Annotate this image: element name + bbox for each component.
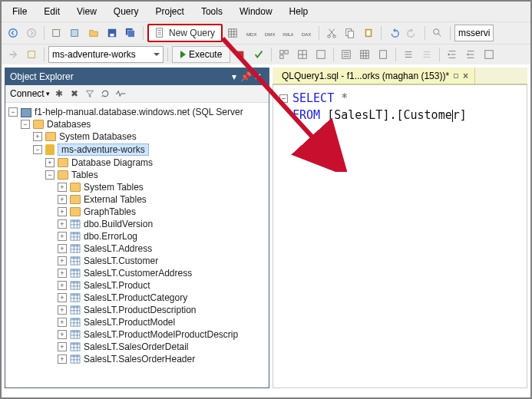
save-icon[interactable] <box>104 25 121 41</box>
menu-file[interactable]: File <box>5 3 35 20</box>
database-engine-query-icon[interactable] <box>224 25 241 41</box>
tree-table-node[interactable]: +SalesLT.ProductModelProductDescrip <box>5 328 269 341</box>
expand-icon[interactable]: + <box>58 354 67 364</box>
menu-help[interactable]: Help <box>282 3 316 20</box>
editor-tab-active[interactable]: QLQuery1.sql - f1...orks (maghan (153))*… <box>276 68 475 84</box>
menu-edit[interactable]: Edit <box>36 3 68 20</box>
tree-table-node[interactable]: +dbo.BuildVersion <box>5 218 269 230</box>
tree-table-node[interactable]: +dbo.ErrorLog <box>5 230 269 242</box>
menu-tools[interactable]: Tools <box>193 3 230 20</box>
new-project-icon[interactable] <box>67 25 84 41</box>
expand-icon[interactable]: + <box>58 256 67 265</box>
collapse-icon[interactable]: − <box>45 170 55 180</box>
menu-view[interactable]: View <box>69 3 104 20</box>
filter-icon[interactable] <box>84 87 96 100</box>
menu-window[interactable]: Window <box>232 3 280 20</box>
change-connection-icon[interactable] <box>23 46 40 63</box>
tree-table-node[interactable]: +SalesLT.Customer <box>5 255 269 267</box>
execute-button[interactable]: Execute <box>172 46 230 63</box>
paste-icon[interactable] <box>360 25 377 41</box>
tree-system-databases-node[interactable]: + System Databases <box>5 130 269 143</box>
results-to-file-icon[interactable] <box>375 46 392 63</box>
expand-icon[interactable]: + <box>45 158 55 167</box>
tree-system-tables-node[interactable]: + System Tables <box>5 181 269 193</box>
new-solution-icon[interactable] <box>48 25 65 41</box>
menu-query[interactable]: Query <box>106 3 147 20</box>
find-icon[interactable] <box>429 25 446 41</box>
indent-icon[interactable] <box>444 46 461 63</box>
tree-table-node[interactable]: +SalesLT.ProductModel <box>5 316 269 328</box>
new-query-button[interactable]: New Query <box>147 24 223 42</box>
comment-icon[interactable] <box>400 46 417 63</box>
nav-forward-icon[interactable] <box>23 25 40 41</box>
collapse-icon[interactable]: − <box>21 120 30 129</box>
parse-icon[interactable] <box>250 46 267 63</box>
tree-table-node[interactable]: +SalesLT.CustomerAddress <box>5 267 269 279</box>
expand-icon[interactable]: + <box>58 219 67 229</box>
tree-table-node[interactable]: +SalesLT.Address <box>5 242 269 255</box>
tree-table-node[interactable]: +SalesLT.SalesOrderHeader <box>5 353 269 365</box>
uncomment-icon[interactable] <box>418 46 435 63</box>
tree-table-node[interactable]: +SalesLT.Product <box>5 279 269 292</box>
results-to-grid-icon[interactable] <box>356 46 373 63</box>
dmx-query-icon[interactable]: DMX <box>261 25 278 41</box>
tree-table-node[interactable]: +SalesLT.ProductDescription <box>5 304 269 316</box>
copy-icon[interactable] <box>342 25 359 41</box>
include-plan-icon[interactable] <box>294 46 311 63</box>
expand-icon[interactable]: + <box>58 195 67 204</box>
pin-icon[interactable]: 📌 <box>240 71 252 83</box>
tree-selected-db-node[interactable]: − ms-adventure-works <box>5 143 269 157</box>
cut-icon[interactable] <box>323 25 340 41</box>
redo-icon[interactable] <box>404 25 421 41</box>
menu-project[interactable]: Project <box>148 3 192 20</box>
object-explorer-tree[interactable]: − f1-help-manual.database.windows.net (S… <box>5 103 269 387</box>
expand-icon[interactable]: + <box>58 305 67 315</box>
nav-back-icon[interactable] <box>5 25 21 41</box>
close-tab-icon[interactable]: × <box>463 71 468 81</box>
display-plan-icon[interactable] <box>276 46 292 63</box>
sql-editor[interactable]: −SELECT * FROM [SalesLT].[Customer] <box>273 84 527 388</box>
open-icon[interactable] <box>85 25 102 41</box>
expand-icon[interactable]: + <box>33 132 42 141</box>
expand-icon[interactable]: + <box>58 244 67 253</box>
save-all-icon[interactable] <box>122 25 139 41</box>
expand-icon[interactable]: + <box>58 342 67 351</box>
tree-table-node[interactable]: +SalesLT.ProductCategory <box>5 292 269 304</box>
tree-table-node[interactable]: +SalesLT.SalesOrderDetail <box>5 341 269 353</box>
mdx-query-icon[interactable]: MDX <box>243 25 259 41</box>
connect-dropdown[interactable]: Connect ▾ <box>10 88 50 99</box>
results-to-text-icon[interactable] <box>338 46 355 63</box>
expand-icon[interactable]: + <box>58 183 67 192</box>
expand-icon[interactable]: + <box>58 269 67 278</box>
expand-icon[interactable]: + <box>58 293 67 302</box>
use-icon[interactable] <box>5 46 21 63</box>
outdent-icon[interactable] <box>462 46 479 63</box>
pin-tab-icon[interactable] <box>454 74 458 78</box>
disconnect-icon[interactable]: ✱ <box>53 87 65 100</box>
activity-monitor-icon[interactable] <box>114 87 127 100</box>
sql-server-combo[interactable]: msservi <box>454 25 494 41</box>
dax-query-icon[interactable]: DAX <box>298 25 315 41</box>
window-position-icon[interactable]: ▾ <box>229 71 240 82</box>
tree-graph-tables-node[interactable]: + GraphTables <box>5 206 269 218</box>
expand-icon[interactable]: + <box>58 281 67 290</box>
code-outline-toggle[interactable]: − <box>279 94 288 103</box>
undo-icon[interactable] <box>385 25 402 41</box>
expand-icon[interactable]: + <box>58 330 67 339</box>
xmla-query-icon[interactable]: XMLA <box>279 25 296 41</box>
expand-icon[interactable]: + <box>58 207 67 216</box>
tree-external-tables-node[interactable]: + External Tables <box>5 193 269 206</box>
database-combo[interactable]: ms-adventure-works <box>48 46 164 63</box>
expand-icon[interactable]: + <box>58 232 67 241</box>
specify-values-icon[interactable] <box>481 46 497 63</box>
refresh-icon[interactable] <box>99 87 111 100</box>
stop-icon[interactable] <box>232 46 249 63</box>
expand-icon[interactable]: + <box>58 318 67 327</box>
tree-server-node[interactable]: − f1-help-manual.database.windows.net (S… <box>5 106 269 118</box>
tree-databases-node[interactable]: − Databases <box>5 118 269 130</box>
close-icon[interactable]: ✕ <box>252 71 264 83</box>
tree-db-diagrams-node[interactable]: + Database Diagrams <box>5 157 269 169</box>
tree-tables-node[interactable]: − Tables <box>5 169 269 181</box>
collapse-icon[interactable]: − <box>8 107 18 117</box>
include-stats-icon[interactable] <box>312 46 329 63</box>
